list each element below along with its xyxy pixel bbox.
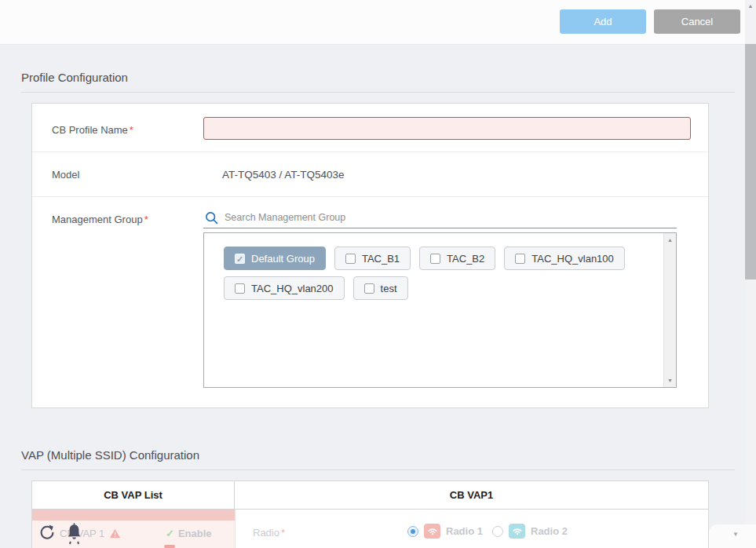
- group-search-bar: [203, 207, 677, 228]
- scroll-down-panel: ▼: [709, 524, 756, 548]
- caret-up-icon[interactable]: ▲: [745, 3, 756, 9]
- vap-row-cb-vap-1[interactable]: CB VAP 1 ✓ Enable: [32, 521, 235, 548]
- group-pill-tac-b2[interactable]: TAC_B2: [419, 247, 495, 270]
- model-value: AT-TQ5403 / AT-TQ5403e: [222, 169, 345, 181]
- group-pill-label: TAC_HQ_vlan100: [531, 253, 614, 265]
- row-divider: [32, 152, 708, 152]
- vap-section-title: VAP (Multiple SSID) Configuration: [21, 448, 199, 462]
- page-scrollbar[interactable]: ▲: [745, 0, 756, 548]
- group-pill-label: Default Group: [251, 253, 315, 265]
- profile-config-page: Add Cancel Profile Configuration CB Prof…: [0, 0, 756, 548]
- wifi-icon: [509, 524, 525, 539]
- section-divider: [21, 469, 735, 470]
- row-divider: [32, 196, 708, 197]
- vap-table-card: CB VAP List CB VAP1 CB VAP 1 ✓ Enable Ra…: [31, 480, 709, 548]
- vap-table-header: CB VAP List CB VAP1: [32, 481, 708, 510]
- group-search-input[interactable]: [225, 212, 677, 223]
- search-icon: [205, 211, 218, 225]
- cb-vap1-header: CB VAP1: [235, 481, 708, 509]
- profile-config-card: CB Profile Name* Model AT-TQ5403 / AT-TQ…: [31, 103, 709, 408]
- group-pill-tac-hq-vlan200[interactable]: TAC_HQ_vlan200: [224, 276, 345, 300]
- cb-profile-name-input[interactable]: [203, 117, 691, 140]
- required-asterisk: *: [130, 124, 133, 136]
- radio-selected-icon[interactable]: [407, 526, 418, 537]
- selected-row-highlight: [32, 510, 235, 521]
- required-asterisk: *: [281, 527, 285, 539]
- group-list-scrollbar[interactable]: ▲ ▼: [663, 233, 676, 387]
- next-row-peek: [164, 545, 175, 548]
- group-pill-label: TAC_B2: [447, 253, 484, 265]
- group-pill-tac-b1[interactable]: TAC_B1: [334, 247, 411, 270]
- profile-section-title: Profile Configuration: [21, 71, 128, 84]
- management-group-list: ✓ Default Group TAC_B1 TAC_B2 TAC_HQ_vla…: [203, 232, 677, 388]
- group-pill-test[interactable]: test: [353, 276, 408, 300]
- caret-down-icon[interactable]: ▼: [664, 378, 676, 383]
- checkbox-unchecked-icon[interactable]: [235, 283, 245, 294]
- check-icon: ✓: [166, 528, 174, 539]
- radio-2-option[interactable]: Radio 2: [492, 524, 568, 539]
- add-button[interactable]: Add: [560, 9, 646, 34]
- group-pill-label: TAC_B1: [362, 253, 400, 265]
- refresh-icon[interactable]: [38, 523, 57, 542]
- checkbox-unchecked-icon[interactable]: [364, 283, 374, 294]
- group-pill-container: ✓ Default Group TAC_B1 TAC_B2 TAC_HQ_vla…: [224, 247, 656, 300]
- checkbox-unchecked-icon[interactable]: [430, 254, 440, 264]
- required-asterisk: *: [144, 214, 148, 225]
- radio-2-label: Radio 2: [531, 525, 568, 537]
- radio-1-label: Radio 1: [446, 525, 483, 537]
- top-action-bar: Add Cancel: [0, 0, 756, 45]
- group-pill-default-group[interactable]: ✓ Default Group: [224, 247, 326, 270]
- bell-icon[interactable]: [66, 522, 82, 545]
- group-pill-label: TAC_HQ_vlan200: [251, 283, 334, 294]
- group-pill-label: test: [381, 283, 397, 294]
- checkbox-unchecked-icon[interactable]: [515, 254, 525, 264]
- cancel-button[interactable]: Cancel: [654, 9, 740, 34]
- checkbox-checked-icon[interactable]: ✓: [235, 254, 245, 264]
- vap-enable-status: ✓ Enable: [166, 528, 212, 539]
- cb-profile-name-label: CB Profile Name*: [52, 124, 133, 136]
- radio-1-option[interactable]: Radio 1: [407, 524, 483, 539]
- radio-field-label: Radio*: [253, 527, 285, 539]
- section-divider: [21, 92, 735, 93]
- management-group-label: Management Group*: [52, 214, 148, 225]
- caret-down-icon[interactable]: ▼: [732, 531, 739, 538]
- checkbox-unchecked-icon[interactable]: [345, 254, 356, 264]
- model-label: Model: [52, 169, 79, 181]
- group-pill-tac-hq-vlan100[interactable]: TAC_HQ_vlan100: [504, 247, 625, 270]
- caret-up-icon[interactable]: ▲: [664, 237, 676, 243]
- cb-vap-list-header: CB VAP List: [32, 481, 235, 509]
- radio-unselected-icon[interactable]: [492, 526, 503, 537]
- vap-detail-panel: Radio* Radio 1: [235, 510, 709, 548]
- scrollbar-thumb[interactable]: [745, 44, 756, 279]
- wifi-icon: [424, 524, 440, 539]
- enable-label: Enable: [178, 528, 212, 539]
- warning-icon: [109, 528, 121, 539]
